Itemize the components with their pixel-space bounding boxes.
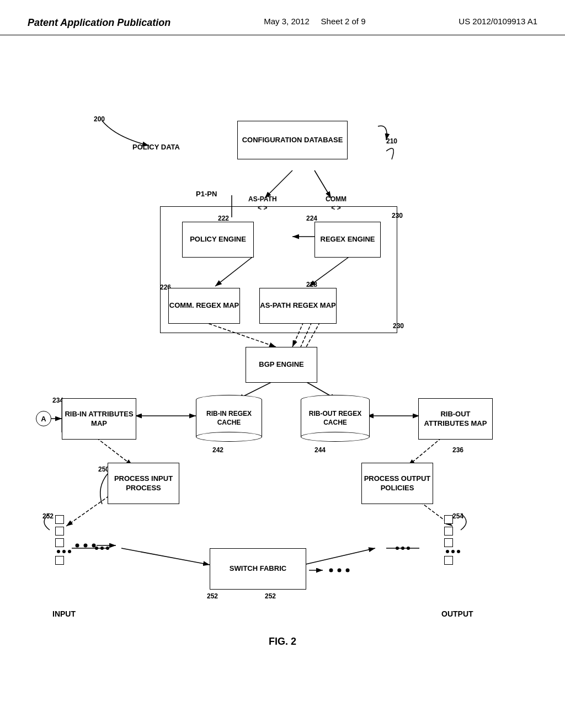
ref-242: 242 <box>212 446 223 455</box>
ref-244: 244 <box>315 446 326 455</box>
svg-point-29 <box>396 547 399 550</box>
svg-point-31 <box>407 547 410 550</box>
svg-point-25 <box>106 547 109 550</box>
svg-line-26 <box>121 548 210 565</box>
ref-252b: 252 <box>207 592 218 601</box>
publication-number: US 2012/0109913 A1 <box>459 17 537 26</box>
svg-point-23 <box>95 547 98 550</box>
port-sq-4 <box>55 556 64 565</box>
rib-in-regex-cache-cylinder: RIB-IN REGEX CACHE <box>196 395 262 442</box>
port-dot-r2 <box>451 550 455 553</box>
port-sq-r4 <box>444 556 453 565</box>
publication-date-sheet: May 3, 2012 Sheet 2 of 9 <box>264 17 365 26</box>
port-dot-2 <box>62 550 66 553</box>
port-dot-1 <box>57 550 60 553</box>
diagram-area: 200 POLICY DATA CONFIGURATION DATABASE 2… <box>0 35 565 664</box>
policy-engine-box: POLICY ENGINE <box>182 222 254 258</box>
left-port-group <box>55 515 71 565</box>
left-port-dots-arrow <box>66 537 121 554</box>
svg-point-41 <box>346 569 350 572</box>
svg-line-4 <box>265 170 292 198</box>
rib-out-attrs-box: RIB-OUT ATTRIBUTES MAP <box>418 398 493 440</box>
ref-210: 210 <box>386 137 397 146</box>
circle-a-label: A <box>36 411 51 426</box>
svg-line-5 <box>315 170 331 198</box>
publication-title: Patent Application Publication <box>28 17 170 29</box>
port-sq-2 <box>55 527 64 536</box>
as-path-regex-map-box: AS-PATH REGEX MAP <box>259 288 337 324</box>
svg-line-18 <box>97 438 132 465</box>
p1-pn-label: P1-PN <box>196 190 217 199</box>
port-dot-3 <box>68 550 71 553</box>
regex-engine-box: REGEX ENGINE <box>315 222 381 258</box>
ref-254: 254 <box>452 512 463 521</box>
bgp-engine-box: BGP ENGINE <box>246 347 317 383</box>
svg-line-20 <box>66 493 113 526</box>
port-dot-r3 <box>457 550 460 553</box>
svg-point-39 <box>329 569 333 572</box>
svg-point-35 <box>84 544 88 548</box>
fig-label: FIG. 2 <box>269 636 296 647</box>
ref-236: 236 <box>452 446 463 455</box>
ref-252a: 252 <box>42 512 54 521</box>
input-label: INPUT <box>52 609 76 619</box>
port-sq-r1 <box>444 515 453 524</box>
svg-point-24 <box>100 547 104 550</box>
config-db-box: CONFIGURATION DATABASE <box>237 121 348 159</box>
page-header: Patent Application Publication May 3, 20… <box>0 0 565 35</box>
port-dot-r1 <box>446 550 449 553</box>
policy-data-label: POLICY DATA <box>132 143 180 152</box>
svg-line-19 <box>408 438 441 465</box>
ref-252c: 252 <box>265 592 276 601</box>
rib-in-attrs-box: RIB-IN ATTRIBUTES MAP <box>62 398 136 440</box>
svg-point-36 <box>92 544 96 548</box>
port-sq-1 <box>55 515 64 524</box>
right-port-group <box>444 515 460 565</box>
port-sq-3 <box>55 538 64 547</box>
right-port-dots-arrow <box>306 562 361 579</box>
port-sq-r3 <box>444 538 453 547</box>
svg-point-34 <box>76 544 79 548</box>
switch-fabric-box: SWITCH FABRIC <box>210 548 306 590</box>
svg-point-40 <box>338 569 342 572</box>
svg-point-30 <box>401 547 404 550</box>
process-output-box: PROCESS OUTPUT POLICIES <box>361 463 433 504</box>
comm-regex-map-box: COMM. REGEX MAP <box>168 288 240 324</box>
process-input-box: PROCESS INPUT PROCESS <box>108 463 179 504</box>
ref-200: 200 <box>94 115 105 124</box>
ref-230b: 230 <box>393 322 404 331</box>
rib-out-regex-cache-cylinder: RIB-OUT REGEX CACHE <box>301 395 370 442</box>
svg-line-27 <box>303 548 375 565</box>
output-label: OUTPUT <box>441 609 473 619</box>
port-sq-r2 <box>444 527 453 536</box>
